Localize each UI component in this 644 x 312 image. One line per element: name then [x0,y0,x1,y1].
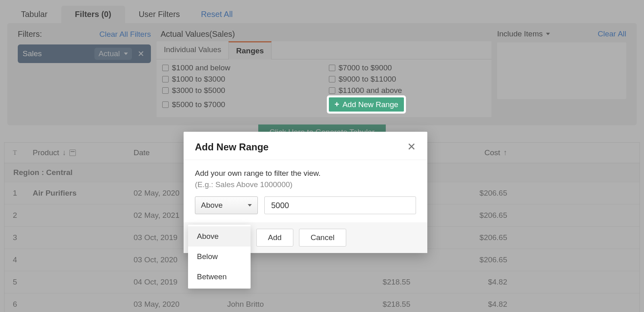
range-type-dropdown: Above Below Between [188,225,251,289]
modal-example: (E.g.: Sales Above 1000000) [195,180,416,189]
filters-heading: Filters: [18,30,42,39]
range-option[interactable]: $1000 to $3000 [162,75,319,84]
dropdown-option-between[interactable]: Between [188,267,251,287]
tab-filters[interactable]: Filters (0) [61,6,125,23]
table-row: 603 May, 2020John Britto$218.55$4.82 [4,293,640,312]
range-option[interactable]: $5000 to $7000 [162,97,319,112]
close-icon[interactable]: ✕ [407,141,416,153]
checkbox-icon[interactable] [162,101,169,108]
subtab-individual[interactable]: Individual Values [157,41,228,59]
add-button[interactable]: Add [256,229,293,247]
checkbox-icon[interactable] [329,76,335,82]
modal-title: Add New Range [195,141,269,153]
cell-date: 03 May, 2020 [126,293,220,312]
table-row: 504 Oct, 2019itto$218.55$4.82 [4,271,640,293]
remove-filter-icon[interactable]: ✕ [136,49,146,59]
text-type-icon: T [13,149,17,156]
include-items-box [497,42,626,99]
checkbox-icon[interactable] [329,87,335,94]
range-option[interactable]: $7000 to $9000 [329,63,486,72]
range-value-input[interactable] [264,196,416,214]
sort-up-icon[interactable]: ↑ [504,148,508,157]
row-number: 6 [4,293,25,312]
clear-all-include-link[interactable]: Clear All [598,30,626,38]
range-type-select[interactable]: Above [195,196,258,214]
cell-product [25,249,126,271]
range-option[interactable]: $11000 and above [329,86,486,95]
filter-pill-name: Sales [23,49,94,58]
cell-product [25,227,126,249]
subtab-ranges[interactable]: Ranges [228,41,272,59]
row-number: 2 [4,204,25,226]
cell-cost: $206.65 [418,249,514,271]
checkbox-icon[interactable] [162,76,169,82]
row-number: 3 [4,227,25,249]
cell-product [25,271,126,293]
cell-cost: $206.65 [418,182,514,204]
checkbox-icon[interactable] [162,65,169,71]
cancel-button[interactable]: Cancel [299,229,346,247]
cell-cost: $206.65 [418,227,514,249]
modal-description: Add your own range to filter the view. [195,169,416,178]
cell-cost: $206.65 [418,204,514,226]
chevron-down-icon [124,53,128,55]
plus-icon: + [335,100,339,109]
filter-pill-mode: Actual [98,49,120,58]
column-header-cost[interactable]: Cost ↑ [418,143,514,163]
cell-value: $218.55 [321,293,418,312]
checkbox-icon[interactable] [329,65,335,71]
actual-values-title: Actual Values(Sales) [157,30,491,41]
range-option[interactable]: $1000 and below [162,63,319,72]
dropdown-option-below[interactable]: Below [188,247,251,267]
cell-value: $218.55 [321,271,418,293]
filter-pill-mode-select[interactable]: Actual [94,48,132,60]
cell-product [25,204,126,226]
range-option[interactable]: $3000 to $5000 [162,86,319,95]
row-number: 5 [4,271,25,293]
calendar-icon [69,150,76,156]
cell-cost: $4.82 [418,293,514,312]
chevron-down-icon [546,33,550,35]
tab-user-filters[interactable]: User Filters [125,6,194,23]
filter-pill-sales[interactable]: Sales Actual ✕ [18,44,151,63]
cell-person: John Britto [220,293,321,312]
checkbox-icon[interactable] [162,87,169,94]
chevron-down-icon [248,204,252,207]
row-number: 4 [4,249,25,271]
reset-all-link[interactable]: Reset All [201,10,233,19]
sort-down-icon[interactable]: ↓ [62,148,66,157]
clear-all-filters-link[interactable]: Clear All Filters [99,30,151,39]
cell-product [25,293,126,312]
range-option[interactable]: $9000 to $11000 [329,75,486,84]
cell-product: Air Purifiers [25,182,126,204]
include-items-dropdown[interactable]: Include Items [497,30,550,38]
add-new-range-button[interactable]: + Add New Range [329,97,404,112]
row-number: 1 [4,182,25,204]
cell-cost: $4.82 [418,271,514,293]
tab-tabular[interactable]: Tabular [7,6,61,23]
column-header-product[interactable]: Product ↓ [25,143,126,163]
dropdown-option-above[interactable]: Above [188,226,251,247]
